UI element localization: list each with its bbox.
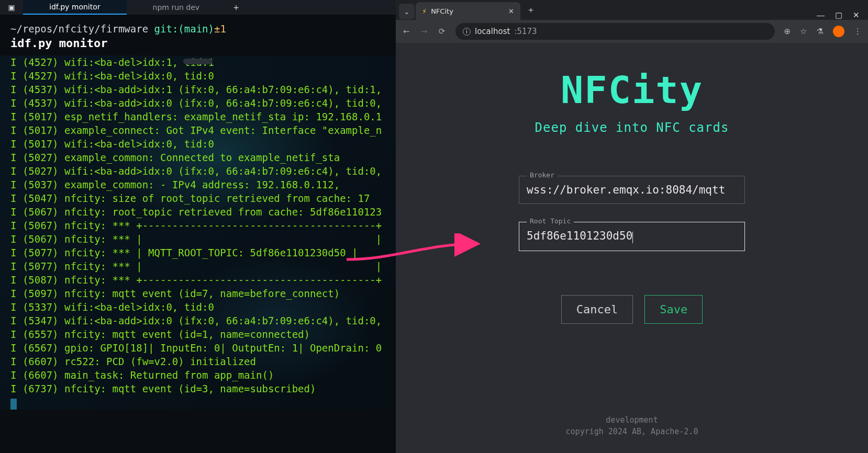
save-button[interactable]: Save [644,295,703,324]
terminal-tab-1[interactable]: idf.py monitor [23,0,127,15]
address-bar[interactable]: i localhost:5173 [455,23,775,40]
root-topic-value: 5df86e1101230d50 [527,230,632,242]
footer-copy: copyrigh 2024 AB, Apache-2.0 [396,426,868,437]
form-buttons: Cancel Save [519,295,745,324]
terminal-tab-2[interactable]: npm run dev [127,0,226,15]
tab-search-button[interactable]: ⌄ [399,4,415,19]
log-line: I (5077) nfcity: *** | | [10,259,396,273]
prompt-line: ~/repos/nfcity/firmware git:(main)±1 [10,22,396,36]
log-line: I (5027) wifi:<ba-add>idx:0 (ifx:0, 66:a… [10,164,396,178]
footer-env: development [396,414,868,426]
log-line: I (6607) main_task: Returned from app_ma… [10,368,396,382]
browser-window: ⌄ ⚡ NFCity ✕ ＋ — ▢ ✕ ← → ⟳ i localhost:5… [396,0,868,453]
cancel-button[interactable]: Cancel [561,295,633,324]
broker-label: Broker [527,171,558,179]
terminal-body: ~/repos/nfcity/firmware git:(main)±1 idf… [0,22,396,50]
log-line: I (5027) example_common: Connected to ex… [10,151,396,164]
log-line: I (5047) nfcity: size of root_topic retr… [10,191,396,205]
log-line: I (5017) esp_netif_handlers: example_net… [10,110,396,123]
url-host: localhost [475,27,510,36]
forward-icon[interactable]: → [420,27,428,36]
page-footer: development copyrigh 2024 AB, Apache-2.0 [396,414,868,437]
log-line: I (5087) nfcity: *** +------------------… [10,273,396,287]
log-line: I (5337) wifi:<ba-del>idx:0, tid:0 [10,300,396,314]
broker-field[interactable]: Broker wss://broker.emqx.io:8084/mqtt [519,176,745,204]
browser-new-tab[interactable]: ＋ [521,5,540,16]
url-port: :5173 [514,27,537,36]
terminal-output[interactable]: I (4527) wifi:<ba-del>idx:1, tid:1I (452… [0,55,396,410]
log-line: I (5017) wifi:<ba-del>idx:0, tid:0 [10,137,396,151]
zoom-icon[interactable]: ⊕ [784,27,791,36]
log-line: I (6607) rc522: PCD (fw=v2.0) initialize… [10,355,396,368]
settings-form: Broker wss://broker.emqx.io:8084/mqtt Ro… [519,176,745,324]
back-icon[interactable]: ← [402,27,410,36]
profile-avatar[interactable] [833,26,844,37]
root-topic-label: Root Topic [527,217,574,225]
site-info-icon[interactable]: i [463,28,471,36]
browser-toolbar: ← → ⟳ i localhost:5173 ⊕ ☆ ⚗ ⋮ [396,20,868,43]
bookmark-icon[interactable]: ☆ [800,27,807,36]
log-line: I (4527) wifi:<ba-del>idx:0, tid:0 [10,69,396,83]
log-line: I (5067) nfcity: root_topic retrieved fr… [10,205,396,219]
terminal-app-icon: ▣ [0,1,23,14]
close-window-icon[interactable]: ✕ [853,10,860,20]
terminal-tab-bar: ▣ idf.py monitor npm run dev + [0,0,396,15]
log-line: I (6737) nfcity: mqtt event (id=3, name=… [10,382,396,395]
prompt-git: git:(main) [154,23,214,35]
log-line: I (4537) wifi:<ba-add>idx:0 (ifx:0, 66:a… [10,96,396,110]
log-line: I (6567) gpio: GPIO[18]| InputEn: 0| Out… [10,341,396,355]
prompt-suffix: ±1 [214,23,226,35]
text-caret [632,232,633,243]
minimize-icon[interactable]: — [817,10,825,20]
bolt-icon: ⚡ [422,7,427,15]
log-line: I (5017) example_connect: Got IPv4 event… [10,123,396,137]
log-line: I (5077) nfcity: *** | MQTT_ROOT_TOPIC: … [10,246,396,259]
log-line: I (4537) wifi:<ba-add>idx:1 (ifx:0, 66:a… [10,83,396,96]
flask-icon[interactable]: ⚗ [817,27,824,36]
terminal-drag-handle[interactable] [183,59,213,64]
page-title: NFCity [396,68,868,112]
broker-value: wss://broker.emqx.io:8084/mqtt [527,184,725,196]
page-content: NFCity Deep dive into NFC cards Broker w… [396,43,868,453]
browser-tab-nfcity[interactable]: ⚡ NFCity ✕ [416,2,520,20]
window-controls: — ▢ ✕ [808,10,868,20]
reload-icon[interactable]: ⟳ [438,27,446,36]
menu-icon[interactable]: ⋮ [854,27,862,36]
maximize-icon[interactable]: ▢ [835,10,842,20]
log-line: I (5067) nfcity: *** +------------------… [10,219,396,232]
browser-tab-strip: ⌄ ⚡ NFCity ✕ ＋ — ▢ ✕ [396,0,868,20]
log-line: I (5097) nfcity: mqtt event (id=7, name=… [10,287,396,300]
toolbar-actions: ⊕ ☆ ⚗ ⋮ [784,26,862,37]
page-subtitle: Deep dive into NFC cards [396,120,868,135]
terminal-cursor [10,399,17,410]
command-line: idf.py monitor [10,37,396,50]
close-tab-icon[interactable]: ✕ [508,7,514,15]
log-line: I (5037) example_common: - IPv4 address:… [10,178,396,191]
log-line: I (5067) nfcity: *** | | [10,232,396,246]
root-topic-field[interactable]: Root Topic 5df86e1101230d50 [519,222,745,251]
terminal-pane: ▣ idf.py monitor npm run dev + ~/repos/n… [0,0,396,453]
log-line: I (6557) nfcity: mqtt event (id=1, name=… [10,327,396,341]
log-line: I (5347) wifi:<ba-add>idx:0 (ifx:0, 66:a… [10,314,396,327]
tab-title: NFCity [431,7,453,15]
terminal-new-tab[interactable]: + [226,1,247,14]
prompt-path: ~/repos/nfcity/firmware [10,23,148,35]
